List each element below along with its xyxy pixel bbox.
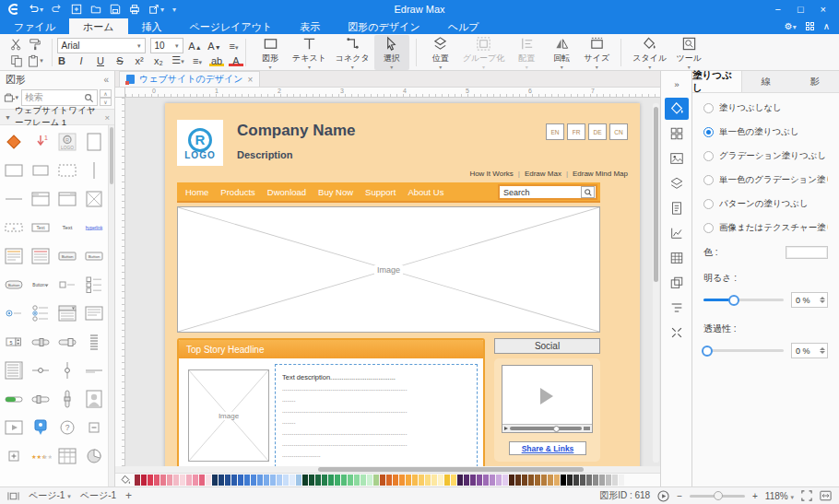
- style-button[interactable]: スタイル▾: [628, 35, 671, 70]
- note-icon[interactable]: [665, 197, 689, 219]
- palette-swatch[interactable]: [199, 475, 205, 486]
- shape-collapse-minus[interactable]: [80, 413, 107, 441]
- palette-swatch[interactable]: [477, 475, 482, 486]
- quick-access-more-icon[interactable]: ▾: [172, 6, 176, 14]
- shape-textarea[interactable]: [80, 299, 107, 327]
- shape-stars[interactable]: ★★★★★: [28, 441, 54, 470]
- maximize-button[interactable]: □: [798, 4, 804, 15]
- palette-swatch[interactable]: [535, 475, 540, 486]
- shape-anchor[interactable]: 1: [28, 127, 54, 156]
- rotate-button[interactable]: 回転▾: [544, 35, 579, 70]
- palette-swatch[interactable]: [167, 475, 172, 486]
- palette-swatch[interactable]: [141, 475, 147, 486]
- lang-button-de[interactable]: DE: [588, 123, 607, 140]
- brightness-value-spinner[interactable]: 0 %: [791, 292, 828, 308]
- palette-swatch[interactable]: [225, 475, 230, 486]
- undo-button[interactable]: ▾: [28, 4, 43, 15]
- palette-swatch[interactable]: [561, 475, 566, 486]
- fill-option-1[interactable]: 単一色の塗りつぶし: [703, 126, 828, 138]
- page-selector[interactable]: ページ-1 ▾: [29, 489, 71, 502]
- shape-slider-pill[interactable]: [28, 327, 54, 356]
- shape-para2[interactable]: [28, 241, 54, 270]
- palette-swatch[interactable]: [412, 475, 418, 486]
- open-file-button[interactable]: [90, 4, 101, 15]
- fill-bucket-icon[interactable]: [665, 98, 689, 120]
- print-button[interactable]: [129, 4, 140, 15]
- lang-button-en[interactable]: EN: [546, 123, 564, 140]
- shape-list-box[interactable]: [1, 356, 28, 384]
- wireframe-search-box[interactable]: Search: [498, 184, 597, 200]
- export-dropdown-icon[interactable]: ▾: [160, 6, 164, 14]
- copy-button[interactable]: [10, 54, 23, 67]
- undo-dropdown-icon[interactable]: ▾: [40, 6, 43, 14]
- top-story-section[interactable]: Top Story Headline Image Text descriptio…: [177, 338, 485, 466]
- radio-icon[interactable]: [703, 199, 714, 209]
- presentation-play-button[interactable]: [657, 490, 669, 502]
- radio-icon[interactable]: [703, 223, 714, 233]
- video-player-placeholder[interactable]: [502, 365, 593, 433]
- palette-swatch[interactable]: [244, 475, 250, 486]
- fill-option-2[interactable]: グラデーション塗りつぶし: [703, 150, 828, 162]
- palette-swatch[interactable]: [367, 475, 372, 486]
- shape-logo[interactable]: RLOGO: [54, 127, 81, 156]
- shape-slider-h[interactable]: [28, 356, 54, 384]
- page-tab[interactable]: ページ-1: [80, 489, 116, 502]
- increase-font-button[interactable]: A▲: [188, 41, 203, 52]
- shape-browser2[interactable]: [54, 184, 81, 213]
- shape-avatar[interactable]: [80, 384, 107, 413]
- italic-button[interactable]: I: [74, 55, 89, 66]
- palette-swatch[interactable]: [457, 475, 463, 486]
- underline-button[interactable]: U: [93, 55, 108, 66]
- palette-swatch[interactable]: [470, 475, 476, 486]
- shapes-scrollbar[interactable]: [108, 125, 114, 486]
- superscript-button[interactable]: x²: [132, 55, 147, 66]
- palette-swatch[interactable]: [619, 475, 624, 486]
- palette-swatch[interactable]: [593, 475, 598, 486]
- palette-swatch[interactable]: [399, 475, 405, 486]
- shape-button[interactable]: Button: [54, 241, 81, 270]
- palette-swatch[interactable]: [148, 475, 153, 486]
- close-button[interactable]: ×: [821, 4, 826, 15]
- video-volume-icon[interactable]: [584, 427, 590, 430]
- save-button[interactable]: [110, 4, 121, 15]
- text-highlight-button[interactable]: ab: [209, 55, 224, 66]
- shape-button2[interactable]: Button: [80, 241, 107, 270]
- shape-radio[interactable]: [1, 299, 28, 327]
- social-header[interactable]: Social: [494, 338, 600, 354]
- story-image-placeholder[interactable]: Image: [188, 369, 269, 462]
- zoom-level[interactable]: 118% ▾: [765, 491, 794, 501]
- company-name-text[interactable]: Company Name: [237, 122, 355, 140]
- size-button[interactable]: サイズ▾: [579, 35, 614, 70]
- shape-browser[interactable]: [28, 184, 54, 213]
- palette-swatch[interactable]: [425, 475, 431, 486]
- description-text[interactable]: Description: [237, 149, 293, 160]
- layers-icon[interactable]: [665, 172, 689, 194]
- palette-swatch[interactable]: [277, 475, 282, 486]
- palette-swatch[interactable]: [567, 475, 573, 486]
- palette-swatch[interactable]: [270, 475, 276, 486]
- radio-icon[interactable]: [703, 127, 714, 137]
- format-painter-button[interactable]: [29, 38, 41, 51]
- drawing-page[interactable]: R LOGO Company Name Description ENFRDECN…: [165, 103, 640, 466]
- nav-item-about-us[interactable]: About Us: [408, 187, 443, 197]
- outline-icon[interactable]: [665, 297, 689, 319]
- connector-tool-button[interactable]: コネクタ▾: [331, 35, 374, 70]
- palette-swatch[interactable]: [173, 475, 179, 486]
- nav-item-products[interactable]: Products: [220, 187, 255, 197]
- palette-swatch[interactable]: [431, 475, 437, 486]
- expand-icon[interactable]: [665, 322, 689, 344]
- line-spacing-button[interactable]: ≡▾: [190, 55, 205, 66]
- new-document-button[interactable]: [71, 4, 82, 15]
- nav-item-support[interactable]: Support: [365, 187, 396, 197]
- palette-swatch[interactable]: [515, 475, 521, 486]
- radio-icon[interactable]: [703, 151, 714, 161]
- shape-button-caret[interactable]: Button: [28, 270, 54, 299]
- shape-checkbox[interactable]: [54, 270, 81, 299]
- zoom-in-button[interactable]: +: [752, 491, 758, 501]
- palette-swatch[interactable]: [302, 475, 308, 486]
- palette-swatch[interactable]: [509, 475, 514, 486]
- picture-icon[interactable]: [665, 147, 689, 170]
- hero-image-placeholder[interactable]: Image: [177, 206, 600, 333]
- palette-swatch[interactable]: [335, 475, 340, 486]
- palette-swatch[interactable]: [180, 475, 185, 486]
